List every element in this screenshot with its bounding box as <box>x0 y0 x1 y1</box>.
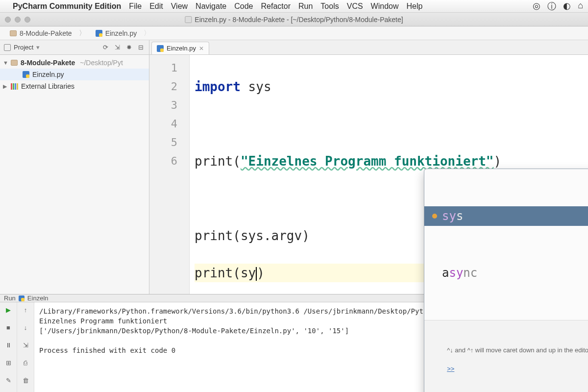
tree-file[interactable]: Einzeln.py <box>0 69 149 80</box>
editor-tab-label: Einzeln.py <box>167 45 196 52</box>
autocomplete-hint-link[interactable]: >> <box>447 365 454 372</box>
file-icon <box>185 16 192 23</box>
collapse-all-icon[interactable]: ⟳ <box>101 43 110 52</box>
breadcrumb: 8-Module-Pakete Einzeln.py <box>0 26 588 40</box>
tray-icon-1[interactable]: ◎ <box>533 0 540 12</box>
ac-pre: a <box>442 264 449 282</box>
python-file-icon <box>19 295 24 301</box>
tree-root[interactable]: ▼ 8-Module-Pakete ~/Desktop/Pyt <box>0 57 149 69</box>
close-window-button[interactable] <box>5 17 11 23</box>
menu-file[interactable]: File <box>129 2 142 11</box>
menu-help[interactable]: Help <box>407 2 423 11</box>
run-controls-left: ▶ ■ ⏸ ⊞ ✎ ✕ <box>0 302 17 392</box>
run-tab-name: Einzeln <box>27 294 49 302</box>
console-line: Process finished with exit code 0 <box>39 346 175 354</box>
minimize-window-button[interactable] <box>15 17 21 23</box>
ac-match: sy <box>449 264 463 282</box>
libraries-icon <box>11 83 18 90</box>
gear-icon[interactable]: ✸ <box>124 43 133 52</box>
tree-file-label: Einzeln.py <box>32 71 64 78</box>
ac-rest: s <box>456 207 463 225</box>
menu-refactor[interactable]: Refactor <box>261 2 291 11</box>
run-pin-icon[interactable]: ✎ <box>4 376 13 385</box>
variable-icon <box>432 214 437 219</box>
run-tab-prefix: Run <box>4 294 16 302</box>
menu-window[interactable]: Window <box>371 2 399 11</box>
project-label: Project <box>14 44 33 51</box>
ac-match: sy <box>442 207 456 225</box>
window-title: Einzeln.py - 8-Module-Pakete - [~/Deskto… <box>195 16 403 24</box>
run-pause-icon[interactable]: ⏸ <box>4 341 13 349</box>
autocomplete-item[interactable]: async <box>424 263 588 283</box>
autocomplete-popup: sys async ^↓ and ^↑ will move caret down… <box>424 169 588 392</box>
code-line: print("Einzelnes Programm funktioniert") <box>195 152 583 171</box>
menu-view[interactable]: View <box>171 2 188 11</box>
menu-code[interactable]: Code <box>234 2 253 11</box>
code-area[interactable]: import sys print("Einzelnes Programm fun… <box>190 55 588 294</box>
code-line <box>195 115 583 133</box>
locate-icon[interactable]: ⇲ <box>113 43 122 52</box>
line-number: 3 <box>153 96 177 115</box>
macos-menubar: PyCharm Community Edition File Edit View… <box>0 0 588 13</box>
menu-navigate[interactable]: Navigate <box>196 2 226 11</box>
tree-external-libraries[interactable]: ▶ External Libraries <box>0 80 149 92</box>
python-file-icon <box>157 45 164 52</box>
trash-icon[interactable]: 🗑 <box>21 376 30 385</box>
editor-tab-bar: Einzeln.py ✕ <box>149 40 588 54</box>
print-icon[interactable]: ⎙ <box>21 358 30 367</box>
tray-icon-3[interactable]: ◐ <box>563 0 571 12</box>
menu-run[interactable]: Run <box>298 2 313 11</box>
run-layout-icon[interactable]: ⊞ <box>4 358 13 367</box>
autocomplete-hint: ^↓ and ^↑ will move caret down and up in… <box>424 320 588 392</box>
autocomplete-item-selected[interactable]: sys <box>424 206 588 226</box>
breadcrumb-item-folder[interactable]: 8-Module-Pakete <box>5 29 91 38</box>
window-controls <box>5 17 30 23</box>
code-editor[interactable]: 1 2 3 4 5 6 import sys print("Einzelnes … <box>149 55 588 294</box>
arrow-up-icon[interactable]: ↑ <box>21 305 30 314</box>
expand-arrow-icon[interactable]: ▶ <box>3 83 8 90</box>
main-area: ▼ 8-Module-Pakete ~/Desktop/Pyt Einzeln.… <box>0 55 588 294</box>
project-toolbar: Project ▾ ⟳ ⇲ ✸ ⊟ <box>0 40 149 54</box>
line-number: 5 <box>153 133 177 152</box>
ac-rest: nc <box>463 264 477 282</box>
tree-external-label: External Libraries <box>21 82 74 90</box>
editor-tab[interactable]: Einzeln.py ✕ <box>151 42 209 54</box>
project-tool-icon <box>4 44 11 51</box>
run-controls-right: ↑ ↓ ⇲ ⎙ 🗑 <box>17 302 34 392</box>
code-line: import sys <box>195 77 583 96</box>
tree-root-label: 8-Module-Pakete <box>21 59 75 67</box>
menubar-tray: ◎ ⓘ ◐ ⌂ <box>533 0 583 12</box>
breadcrumb-label: 8-Module-Pakete <box>20 29 72 37</box>
arrow-down-icon[interactable]: ↓ <box>21 323 30 332</box>
hide-icon[interactable]: ⊟ <box>136 43 145 52</box>
line-number: 2 <box>153 77 177 96</box>
tool-row: Project ▾ ⟳ ⇲ ✸ ⊟ Einzeln.py ✕ <box>0 40 588 55</box>
python-file-icon <box>96 30 102 37</box>
tray-icon-4[interactable]: ⌂ <box>578 0 583 12</box>
folder-icon <box>11 60 18 66</box>
run-stop-icon[interactable]: ■ <box>4 323 13 332</box>
breadcrumb-label: Einzeln.py <box>105 29 137 37</box>
chevron-down-icon[interactable]: ▾ <box>36 44 40 51</box>
line-number: 1 <box>153 59 177 77</box>
close-tab-icon[interactable]: ✕ <box>199 45 204 52</box>
export-icon[interactable]: ⇲ <box>21 341 30 349</box>
app-name[interactable]: PyCharm Community Edition <box>13 2 121 11</box>
python-file-icon <box>23 71 29 78</box>
run-play-icon[interactable]: ▶ <box>4 305 13 314</box>
expand-arrow-icon[interactable]: ▼ <box>3 60 8 66</box>
line-number: 4 <box>153 115 177 133</box>
window-titlebar: Einzeln.py - 8-Module-Pakete - [~/Deskto… <box>0 13 588 26</box>
folder-icon <box>10 30 17 36</box>
line-gutter: 1 2 3 4 5 6 <box>149 55 190 294</box>
menu-vcs[interactable]: VCS <box>347 2 363 11</box>
line-number: 6 <box>153 152 177 171</box>
tree-root-path: ~/Desktop/Pyt <box>80 59 123 67</box>
console-line: Einzelnes Programm funktioniert <box>39 317 167 325</box>
project-tree: ▼ 8-Module-Pakete ~/Desktop/Pyt Einzeln.… <box>0 55 149 294</box>
menu-edit[interactable]: Edit <box>149 2 163 11</box>
zoom-window-button[interactable] <box>24 17 30 23</box>
breadcrumb-item-file[interactable]: Einzeln.py <box>91 29 156 38</box>
menu-tools[interactable]: Tools <box>320 2 339 11</box>
tray-icon-2[interactable]: ⓘ <box>547 0 556 12</box>
